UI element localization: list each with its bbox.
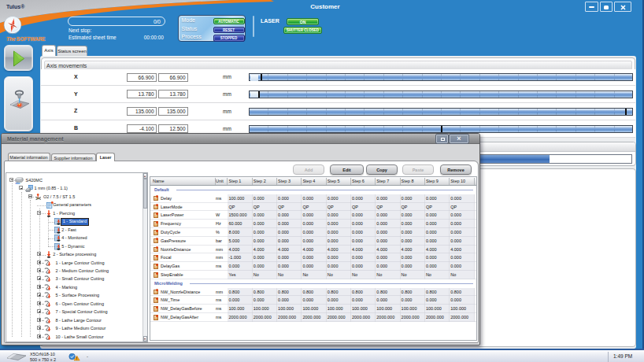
svg-text:abc: abc	[15, 182, 20, 184]
